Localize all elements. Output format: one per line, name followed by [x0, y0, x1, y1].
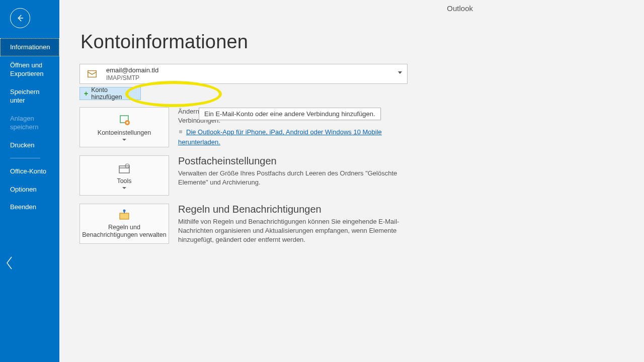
tools-icon	[117, 162, 132, 175]
account-email: email@domain.tld	[106, 66, 158, 74]
chevron-down-icon	[122, 139, 126, 141]
plus-icon: +	[84, 89, 88, 98]
sidebar-item-office-account[interactable]: Office-Konto	[0, 162, 59, 180]
rules-alerts-tile[interactable]: Regeln und Benachrichtigungen verwalten	[79, 204, 169, 244]
account-dropdown[interactable]: email@domain.tld IMAP/SMTP	[79, 64, 408, 84]
bullet-icon	[179, 130, 182, 133]
backstage-sidebar: Informationen Öffnen und Exportieren Spe…	[0, 0, 59, 362]
tile-label: Kontoeinstellungen	[96, 129, 153, 137]
sidebar-item-informationen[interactable]: Informationen	[0, 38, 59, 56]
sidebar-item-open-export[interactable]: Öffnen und Exportieren	[0, 56, 59, 83]
svg-point-3	[126, 122, 128, 124]
section-heading: Postfacheinstellungen	[178, 155, 415, 167]
section-text: Verwalten der Größe Ihres Postfachs durc…	[178, 169, 415, 187]
tile-label: Tools	[115, 177, 133, 185]
account-settings-icon	[117, 114, 132, 127]
account-protocol: IMAP/SMTP	[106, 74, 158, 81]
sidebar-item-options[interactable]: Optionen	[0, 180, 59, 199]
left-arrow-icon	[16, 14, 25, 23]
sidebar-item-print[interactable]: Drucken	[0, 136, 59, 154]
add-account-button[interactable]: + Konto hinzufügen	[79, 87, 141, 100]
back-button[interactable]	[10, 8, 30, 28]
sidebar-separator	[10, 158, 40, 158]
mailbox-tools-tile[interactable]: Tools	[79, 155, 169, 196]
section-heading: Regeln und Benachrichtigungen	[178, 204, 415, 215]
download-app-link[interactable]: Die Outlook-App für iPhone, iPad, Androi…	[178, 128, 382, 145]
app-title: Outlook	[447, 4, 473, 13]
svg-point-7	[123, 210, 126, 212]
collapse-chevron-icon[interactable]	[5, 255, 14, 273]
tile-label: Regeln und Benachrichtigungen verwalten	[80, 224, 169, 239]
add-account-tooltip: Ein E-Mail-Konto oder eine andere Verbin…	[199, 108, 381, 120]
svg-rect-0	[88, 71, 97, 77]
rules-icon	[117, 209, 132, 222]
account-settings-tile[interactable]: Kontoeinstellungen	[79, 107, 169, 147]
sidebar-item-save-as[interactable]: Speichern unter	[0, 83, 59, 110]
sidebar-item-exit[interactable]: Beenden	[0, 198, 59, 216]
section-text: Mithilfe von Regeln und Benachrichtigung…	[178, 217, 415, 245]
sidebar-item-save-attachments: Anlagen speichern	[0, 110, 59, 136]
chevron-down-icon	[398, 71, 402, 74]
chevron-down-icon	[122, 187, 126, 189]
mailbox-icon	[86, 68, 98, 79]
svg-rect-6	[120, 213, 129, 219]
backstage-main: Outlook Kontoinformationen email@domain.…	[59, 0, 644, 362]
add-account-label: Konto hinzufügen	[91, 86, 136, 101]
svg-rect-4	[119, 166, 129, 173]
page-title: Kontoinformationen	[80, 31, 624, 53]
